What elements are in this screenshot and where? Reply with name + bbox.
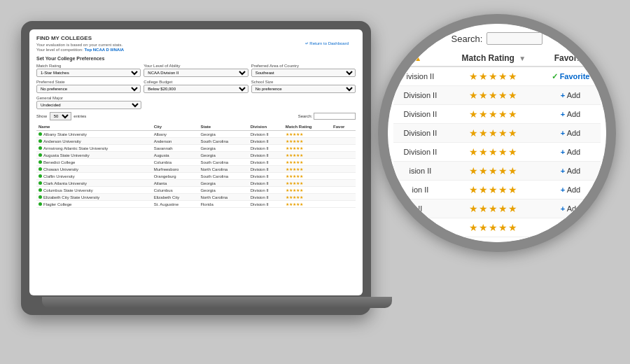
cell-division: Division II (248, 138, 284, 145)
search-input[interactable] (314, 113, 356, 120)
zoom-cell-stars: ★★★★★ (447, 66, 540, 86)
entries-label: entries (74, 114, 86, 118)
cell-stars: ★★★★★ (284, 180, 331, 187)
pref-major-select[interactable]: Undecided (36, 101, 141, 109)
zoom-cell-favorite: + Add (540, 86, 601, 105)
col-match-rating[interactable]: Match Rating (284, 123, 331, 131)
cell-favorite (331, 187, 356, 194)
pref-school-size-label: School Size (251, 80, 356, 84)
competition-link[interactable]: Top NCAA D II/NAIA (85, 48, 125, 52)
cell-favorite (331, 194, 356, 201)
cell-state: Georgia (198, 187, 248, 194)
cell-city: Albany (152, 131, 199, 138)
col-favorite[interactable]: Favor (331, 123, 356, 131)
stars-large-icon: ★★★★★ (469, 108, 518, 120)
stars-large-icon: ★★★★★ (469, 203, 518, 214)
pref-school-size-select[interactable]: No preference (251, 85, 356, 93)
stars-large-icon: ★★★★★ (469, 127, 518, 139)
laptop-bottom (42, 297, 392, 308)
zoom-cell-stars: ★★★★★ (447, 181, 540, 200)
zoom-search-label: Search: (451, 34, 483, 44)
table-row: Clark Atlanta University Atlanta Georgia… (36, 180, 356, 187)
cell-state: North Carolina (198, 166, 248, 173)
return-link[interactable]: ↵ Return to Dashboard (305, 41, 349, 46)
zoom-table-row: ivision II ★★★★★ ✓ Favorite (393, 66, 601, 86)
pref-ability: Your Level of Ability NCAA Division II (144, 64, 248, 77)
zoom-table-row: ★★★★★ ✓ Fa... (393, 218, 601, 237)
cell-name: Armstrong Atlantic State University (36, 145, 152, 152)
show-label: Show (36, 114, 47, 118)
add-link[interactable]: Add (567, 204, 581, 213)
cell-name: Anderson University (36, 138, 152, 145)
pref-ability-select[interactable]: NCAA Division II (144, 69, 248, 77)
col-division[interactable]: Division (248, 123, 284, 131)
zoom-cell-division: ivision II (393, 66, 447, 86)
add-link[interactable]: Add (567, 110, 581, 118)
stars-large-icon: ★★★★★ (469, 146, 518, 158)
pref-match-rating-label: Match Rating (36, 64, 141, 68)
scene: FIND MY COLLEGES Your evaluation is base… (0, 0, 630, 364)
pref-ability-label: Your Level of Ability (144, 64, 248, 68)
add-link[interactable]: Add (567, 148, 581, 156)
pref-major: General Major Undecided (36, 96, 141, 109)
zoom-table-body: ivision II ★★★★★ ✓ Favorite Division II … (393, 66, 601, 237)
pref-budget-select[interactable]: Below $20,000 (144, 85, 248, 93)
plus-icon: + (561, 110, 565, 118)
zoom-col-match-rating[interactable]: Match Rating ▼ (447, 50, 540, 66)
search-label: Search: (298, 114, 313, 118)
cell-name: Chowan University (36, 166, 152, 173)
colleges-table: Name City State Division Match Rating Fa… (36, 123, 356, 208)
zoom-cell-division (393, 218, 447, 237)
zoom-cell-stars: ★★★★★ (447, 105, 540, 124)
zoom-search-input[interactable] (486, 32, 542, 45)
zoom-cell-favorite: + Add (540, 105, 601, 124)
pref-match-rating-select[interactable]: 1-Star Matches (36, 69, 141, 77)
add-link[interactable]: Add (567, 186, 581, 194)
cell-city: Anderson (152, 138, 199, 145)
pref-area-select[interactable]: Southeast (251, 69, 356, 77)
cell-state: Georgia (198, 180, 248, 187)
col-city[interactable]: City (152, 123, 199, 131)
zoom-col-favorite[interactable]: Favorite (540, 50, 601, 66)
show-entries-row: Show 50 entries Search: (36, 112, 356, 120)
status-dot (38, 188, 42, 192)
add-link[interactable]: Add (567, 129, 581, 137)
cell-favorite (331, 201, 356, 208)
cell-stars: ★★★★★ (284, 145, 331, 152)
laptop: FIND MY COLLEGES Your evaluation is base… (21, 21, 371, 315)
zoom-cell-favorite: + Add (540, 181, 601, 200)
cell-city: Columbia (152, 159, 199, 166)
zoom-cell-stars: ★★★★★ (447, 162, 540, 181)
col-name[interactable]: Name (36, 123, 152, 131)
laptop-screen: FIND MY COLLEGES Your evaluation is base… (29, 29, 363, 295)
zoom-table-row: II ★★★★★ + Add (393, 200, 601, 218)
pref-state-label: Preferred State (36, 80, 141, 84)
status-dot (38, 167, 42, 171)
cell-name: Clark Atlanta University (36, 180, 152, 187)
favorite-link[interactable]: Favorite (560, 72, 590, 80)
add-link[interactable]: Add (567, 91, 581, 99)
zoom-cell-division: Division II (393, 86, 447, 105)
status-dot (38, 139, 42, 143)
stars-icon: ★★★★★ (286, 139, 303, 144)
pref-match-rating: Match Rating 1-Star Matches (36, 64, 141, 77)
cell-city: Orangeburg (152, 173, 199, 180)
pref-area-label: Preferred Area of Country (251, 64, 356, 68)
plus-icon: + (561, 148, 565, 156)
stars-icon: ★★★★★ (286, 202, 303, 206)
zoom-cell-division: Division II (393, 124, 447, 143)
table-row: Claflin University Orangeburg South Caro… (36, 173, 356, 180)
zoom-col-division[interactable]: ion ▲ (393, 50, 447, 66)
pref-state-select[interactable]: No preference (36, 85, 141, 93)
table-row: Albany State University Albany Georgia D… (36, 131, 356, 138)
plus-icon: + (561, 186, 565, 194)
zoomed-content: Search: ion ▲ Match Rating ▼ (388, 24, 606, 242)
cell-city: St. Augustine (152, 201, 199, 208)
col-state[interactable]: State (198, 123, 248, 131)
entries-select[interactable]: 50 (50, 112, 71, 120)
cell-stars: ★★★★★ (284, 166, 331, 173)
table-row: Anderson University Anderson South Carol… (36, 138, 356, 145)
favorite-link[interactable]: Fa... (567, 223, 582, 232)
pref-budget-label: College Budget (144, 80, 248, 84)
add-link[interactable]: Add (567, 167, 581, 175)
